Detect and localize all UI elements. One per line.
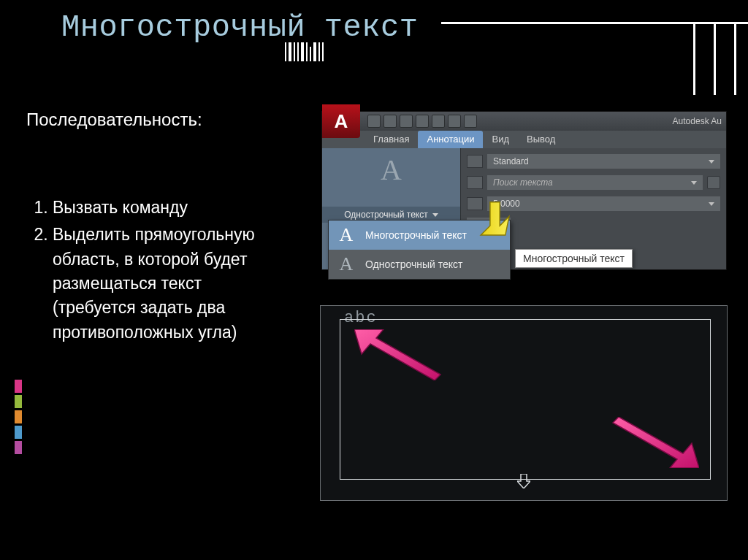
abc-spellcheck-icon[interactable] <box>467 155 483 168</box>
decorative-barcode <box>285 42 324 61</box>
text-style-value: Standard <box>493 154 529 169</box>
svg-marker-3 <box>517 474 530 488</box>
text-type-dropdown: A Многострочный текст A Однострочный тек… <box>328 220 511 280</box>
qat-new-icon[interactable] <box>367 115 381 128</box>
text-search-placeholder: Поиск текста <box>493 175 553 190</box>
qat-saveas-icon[interactable] <box>416 115 429 128</box>
tab-main[interactable]: Главная <box>365 131 418 148</box>
search-go-icon[interactable] <box>707 176 720 189</box>
qat-print-icon[interactable] <box>432 115 445 128</box>
dropdown-item-singleline[interactable]: A Однострочный текст <box>329 250 510 279</box>
text-height-value: 5.0000 <box>493 196 520 211</box>
slide-title: Многострочный текст <box>61 10 418 45</box>
quick-access-toolbar <box>367 115 477 128</box>
singleline-text-icon: A <box>336 253 356 275</box>
dropdown-item-label: Многострочный текст <box>365 229 467 241</box>
qat-save-icon[interactable] <box>400 115 413 128</box>
left-column: Последовательность: Вызвать команду Выде… <box>26 110 289 348</box>
tooltip: Многострочный текст <box>515 249 633 268</box>
tab-view[interactable]: Вид <box>483 131 518 148</box>
qat-undo-icon[interactable] <box>448 115 461 128</box>
tab-output[interactable]: Вывод <box>518 131 564 148</box>
qat-redo-icon[interactable] <box>464 115 477 128</box>
side-accent <box>15 380 22 456</box>
qat-open-icon[interactable] <box>383 115 397 128</box>
dropdown-item-multiline[interactable]: A Многострочный текст <box>329 220 510 250</box>
multiline-text-icon: A <box>336 224 356 246</box>
app-title: Autodesk Au <box>673 116 722 126</box>
text-height-dropdown[interactable]: 5.0000 <box>487 196 720 211</box>
drawing-area: abc <box>320 305 728 501</box>
autocad-ribbon-screenshot: A Autodesk Au Главная Аннотации Вид Выво… <box>321 111 727 270</box>
steps-list: Вызвать команду Выделить прямоугольную о… <box>26 196 289 345</box>
text-panel: A Однострочный текст A Многострочный тек… <box>322 148 461 269</box>
text-height-icon[interactable] <box>467 197 483 210</box>
acad-titlebar: A Autodesk Au <box>322 112 726 131</box>
step-item: Вызвать команду <box>53 196 289 220</box>
step-item: Выделить прямоугольную область, в которо… <box>53 223 289 345</box>
text-style-dropdown[interactable]: Standard <box>487 154 720 169</box>
ruler-icon[interactable] <box>467 176 483 189</box>
tab-annotations[interactable]: Аннотации <box>418 131 483 148</box>
dropdown-item-label: Однострочный текст <box>365 258 462 270</box>
ribbon-tabs: Главная Аннотации Вид Вывод <box>322 131 726 148</box>
autocad-logo-icon[interactable]: A <box>322 104 360 138</box>
text-tool-icon[interactable]: A <box>322 153 460 187</box>
down-arrow-icon <box>517 474 530 488</box>
decorative-lines <box>456 12 748 92</box>
subheading: Последовательность: <box>26 110 289 130</box>
text-search-field[interactable]: Поиск текста <box>487 175 703 190</box>
text-bounding-rect <box>340 319 711 480</box>
